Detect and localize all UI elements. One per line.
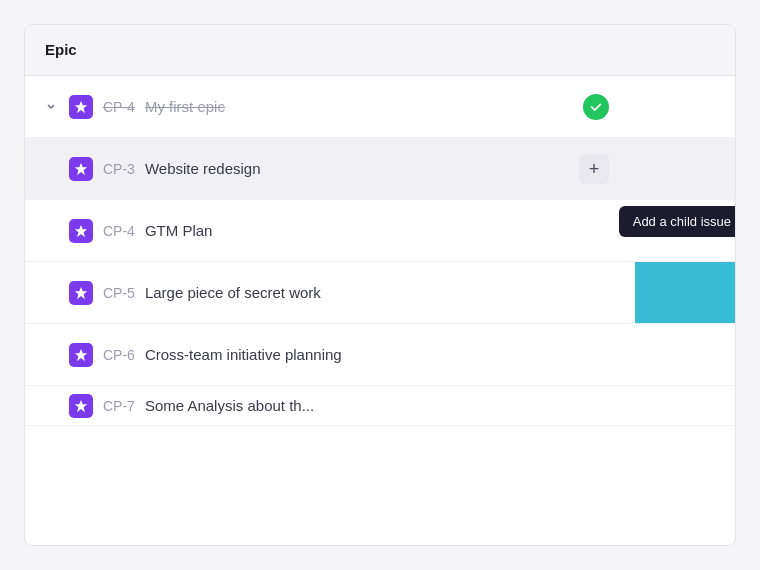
expand-icon[interactable] [41,97,61,117]
issue-key: CP-4 [103,99,135,115]
issue-key: CP-5 [103,285,135,301]
issue-type-icon [69,281,93,305]
column-header-epic: Epic [45,41,77,58]
table-row: CP-5 Large piece of secret work [25,262,735,324]
issue-title: Website redesign [145,160,579,177]
table-container: Epic CP-4 My first epic [24,24,736,546]
issue-type-icon [69,219,93,243]
table-row: CP-7 Some Analysis about th... [25,386,735,426]
status-done-icon [583,94,609,120]
page-wrapper: Epic CP-4 My first epic [0,0,760,570]
issue-key: CP-6 [103,347,135,363]
table-row: CP-4 GTM Plan [25,200,735,262]
progress-bar [635,262,735,324]
issue-title: Large piece of secret work [145,284,719,301]
add-child-button[interactable]: + [579,154,609,184]
issue-type-icon [69,394,93,418]
issue-title: GTM Plan [145,222,609,239]
issue-type-icon [69,95,93,119]
issue-type-icon [69,343,93,367]
issue-key: CP-4 [103,223,135,239]
issue-key: CP-7 [103,398,135,414]
table-row: CP-3 Website redesign + Add a child issu… [25,138,735,200]
table-row: CP-4 My first epic [25,76,735,138]
issue-type-icon [69,157,93,181]
table-row: CP-6 Cross-team initiative planning [25,324,735,386]
issue-title: Some Analysis about th... [145,397,609,414]
table-header: Epic [25,25,735,76]
issue-title: Cross-team initiative planning [145,346,609,363]
issue-title: My first epic [145,98,583,115]
issue-key: CP-3 [103,161,135,177]
